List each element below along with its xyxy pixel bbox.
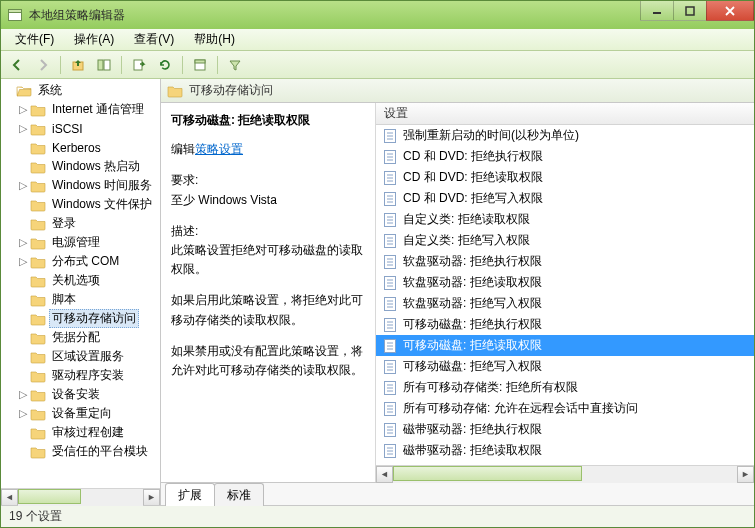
expand-icon[interactable]: ▷ — [17, 122, 29, 135]
show-hide-tree-button[interactable] — [92, 54, 116, 76]
menu-action[interactable]: 操作(A) — [66, 29, 122, 50]
tab-standard[interactable]: 标准 — [214, 483, 264, 506]
policy-icon — [382, 317, 398, 333]
scroll-right-icon[interactable]: ► — [737, 466, 754, 483]
tree-item[interactable]: 可移动存储访问 — [3, 309, 160, 328]
tree-item-label: 登录 — [49, 214, 79, 233]
refresh-button[interactable] — [153, 54, 177, 76]
policy-icon — [382, 191, 398, 207]
filter-button[interactable] — [223, 54, 247, 76]
tree-item[interactable]: 关机选项 — [3, 271, 160, 290]
list-item[interactable]: 软盘驱动器: 拒绝执行权限 — [376, 251, 754, 272]
description-p2: 如果启用此策略设置，将拒绝对此可移动存储类的读取权限。 — [171, 291, 365, 329]
expand-icon[interactable]: ▷ — [17, 236, 29, 249]
policy-icon — [382, 149, 398, 165]
list-item[interactable]: 软盘驱动器: 拒绝读取权限 — [376, 272, 754, 293]
list-item[interactable]: 软盘驱动器: 拒绝写入权限 — [376, 293, 754, 314]
expand-icon[interactable]: ▷ — [17, 255, 29, 268]
list-item[interactable]: 可移动磁盘: 拒绝写入权限 — [376, 356, 754, 377]
tree-item[interactable]: 登录 — [3, 214, 160, 233]
settings-list[interactable]: 强制重新启动的时间(以秒为单位)CD 和 DVD: 拒绝执行权限CD 和 DVD… — [376, 125, 754, 465]
description-pane: 可移动磁盘: 拒绝读取权限 编辑策略设置 要求: 至少 Windows Vist… — [161, 103, 376, 482]
tree-item-label: 设备安装 — [49, 385, 103, 404]
tree-item[interactable]: Windows 热启动 — [3, 157, 160, 176]
menu-file[interactable]: 文件(F) — [7, 29, 62, 50]
tree-item[interactable]: 脚本 — [3, 290, 160, 309]
tree-item[interactable]: 区域设置服务 — [3, 347, 160, 366]
list-item[interactable]: CD 和 DVD: 拒绝写入权限 — [376, 188, 754, 209]
scroll-thumb[interactable] — [393, 466, 582, 481]
list-item[interactable]: 磁带驱动器: 拒绝执行权限 — [376, 419, 754, 440]
settings-column-header[interactable]: 设置 — [376, 103, 754, 125]
expand-icon[interactable]: ▷ — [17, 407, 29, 420]
back-button[interactable] — [5, 54, 29, 76]
tree[interactable]: 系统▷Internet 通信管理▷iSCSIKerberosWindows 热启… — [1, 79, 160, 488]
list-item[interactable]: 所有可移动存储类: 拒绝所有权限 — [376, 377, 754, 398]
list-item[interactable]: 自定义类: 拒绝读取权限 — [376, 209, 754, 230]
edit-policy-link[interactable]: 策略设置 — [195, 142, 243, 156]
list-item-label: 可移动磁盘: 拒绝写入权限 — [403, 358, 542, 375]
list-item-label: 软盘驱动器: 拒绝读取权限 — [403, 274, 542, 291]
expand-icon[interactable]: ▷ — [17, 388, 29, 401]
list-item[interactable]: 强制重新启动的时间(以秒为单位) — [376, 125, 754, 146]
folder-icon — [167, 84, 183, 98]
maximize-button[interactable] — [673, 1, 707, 21]
scroll-thumb[interactable] — [18, 489, 81, 504]
tree-item[interactable]: 审核过程创建 — [3, 423, 160, 442]
tree-item[interactable]: Kerberos — [3, 138, 160, 157]
list-item[interactable]: 自定义类: 拒绝写入权限 — [376, 230, 754, 251]
list-item[interactable]: 磁带驱动器: 拒绝读取权限 — [376, 440, 754, 461]
list-item[interactable]: CD 和 DVD: 拒绝读取权限 — [376, 167, 754, 188]
list-item[interactable]: 可移动磁盘: 拒绝执行权限 — [376, 314, 754, 335]
tree-item-label: 受信任的平台模块 — [49, 442, 151, 461]
tab-extended[interactable]: 扩展 — [165, 483, 215, 506]
expand-icon[interactable]: ▷ — [17, 179, 29, 192]
list-item[interactable]: 可移动磁盘: 拒绝读取权限 — [376, 335, 754, 356]
app-icon — [7, 7, 23, 23]
tree-item-label: 系统 — [35, 81, 65, 100]
tree-root[interactable]: 系统 — [3, 81, 160, 100]
scroll-left-icon[interactable]: ◄ — [376, 466, 393, 483]
tree-item[interactable]: 驱动程序安装 — [3, 366, 160, 385]
policy-icon — [382, 212, 398, 228]
tree-item[interactable]: Windows 文件保护 — [3, 195, 160, 214]
tree-item-label: 脚本 — [49, 290, 79, 309]
tree-item[interactable]: ▷Internet 通信管理 — [3, 100, 160, 119]
tree-item[interactable]: ▷Windows 时间服务 — [3, 176, 160, 195]
tree-item[interactable]: 凭据分配 — [3, 328, 160, 347]
folder-icon — [30, 350, 46, 364]
list-item-label: 所有可移动存储类: 拒绝所有权限 — [403, 379, 578, 396]
tree-item[interactable]: ▷设备安装 — [3, 385, 160, 404]
tree-item-label: 关机选项 — [49, 271, 103, 290]
close-button[interactable] — [706, 1, 754, 21]
list-item-label: 软盘驱动器: 拒绝写入权限 — [403, 295, 542, 312]
tree-item[interactable]: ▷分布式 COM — [3, 252, 160, 271]
folder-icon — [30, 331, 46, 345]
policy-icon — [382, 254, 398, 270]
folder-icon — [30, 388, 46, 402]
folder-icon — [30, 369, 46, 383]
list-item[interactable]: CD 和 DVD: 拒绝执行权限 — [376, 146, 754, 167]
tree-item[interactable]: ▷电源管理 — [3, 233, 160, 252]
scroll-left-icon[interactable]: ◄ — [1, 489, 18, 506]
content-header: 可移动存储访问 — [161, 79, 754, 103]
folder-icon — [30, 141, 46, 155]
expand-icon[interactable]: ▷ — [17, 103, 29, 116]
scroll-right-icon[interactable]: ► — [143, 489, 160, 506]
folder-icon — [30, 103, 46, 117]
tree-item[interactable]: 受信任的平台模块 — [3, 442, 160, 461]
minimize-button[interactable] — [640, 1, 674, 21]
list-hscrollbar[interactable]: ◄ ► — [376, 465, 754, 482]
list-item[interactable]: 所有可移动存储: 允许在远程会话中直接访问 — [376, 398, 754, 419]
menu-view[interactable]: 查看(V) — [126, 29, 182, 50]
tree-hscrollbar[interactable]: ◄ ► — [1, 488, 160, 505]
forward-button[interactable] — [31, 54, 55, 76]
tree-item[interactable]: ▷设备重定向 — [3, 404, 160, 423]
properties-button[interactable] — [188, 54, 212, 76]
list-item-label: CD 和 DVD: 拒绝执行权限 — [403, 148, 543, 165]
export-button[interactable] — [127, 54, 151, 76]
menu-help[interactable]: 帮助(H) — [186, 29, 243, 50]
titlebar[interactable]: 本地组策略编辑器 — [1, 1, 754, 29]
tree-item[interactable]: ▷iSCSI — [3, 119, 160, 138]
up-button[interactable] — [66, 54, 90, 76]
